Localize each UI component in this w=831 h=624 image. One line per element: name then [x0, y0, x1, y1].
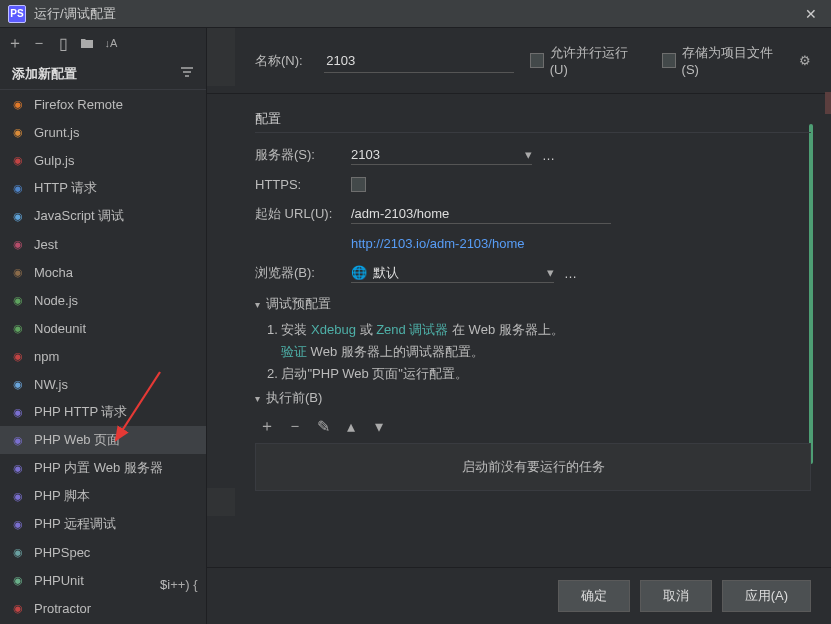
- cancel-button[interactable]: 取消: [640, 580, 712, 612]
- copy-icon[interactable]: ▯: [52, 32, 74, 54]
- zend-link[interactable]: Zend 调试器: [376, 322, 448, 337]
- filter-icon[interactable]: [180, 65, 194, 82]
- sidebar-item[interactable]: ◉JavaScript 调试: [0, 202, 206, 230]
- task-add-icon[interactable]: ＋: [255, 415, 279, 437]
- browser-label: 浏览器(B):: [255, 264, 351, 282]
- sidebar-item-label: Gulp.js: [34, 153, 74, 168]
- chevron-down-icon: ▾: [255, 299, 260, 310]
- sidebar-item[interactable]: ◉PHP 内置 Web 服务器: [0, 454, 206, 482]
- browser-more-button[interactable]: …: [564, 266, 578, 281]
- sidebar-item-label: Nodeunit: [34, 321, 86, 336]
- config-type-icon: ◉: [10, 152, 26, 168]
- gear-icon[interactable]: ⚙: [799, 53, 811, 68]
- sidebar-item-label: npm: [34, 349, 59, 364]
- config-type-icon: ◉: [10, 544, 26, 560]
- config-type-icon: ◉: [10, 292, 26, 308]
- task-remove-icon[interactable]: －: [283, 415, 307, 437]
- server-label: 服务器(S):: [255, 146, 351, 164]
- https-checkbox[interactable]: [351, 177, 366, 192]
- start-url-input[interactable]: [351, 204, 611, 223]
- validate-link[interactable]: 验证: [281, 344, 307, 359]
- add-icon[interactable]: ＋: [4, 32, 26, 54]
- sidebar-item-label: Protractor: [34, 601, 91, 616]
- server-select[interactable]: ▾: [351, 145, 532, 165]
- config-type-icon: ◉: [10, 488, 26, 504]
- sidebar-item-label: PHP Web 页面: [34, 431, 120, 449]
- xdebug-link[interactable]: Xdebug: [311, 322, 356, 337]
- sidebar-item-label: HTTP 请求: [34, 179, 97, 197]
- debug-step-1: 1. 安装 Xdebug 或 Zend 调试器 在 Web 服务器上。: [267, 321, 811, 339]
- sidebar-item-label: PHP 内置 Web 服务器: [34, 459, 163, 477]
- config-type-icon: ◉: [10, 236, 26, 252]
- sidebar-toolbar: ＋ － ▯ ↓A: [0, 28, 206, 58]
- config-type-icon: ◉: [10, 460, 26, 476]
- allow-parallel-checkbox[interactable]: 允许并行运行(U): [530, 44, 634, 77]
- start-url-label: 起始 URL(U):: [255, 205, 351, 223]
- sidebar-item-label: Grunt.js: [34, 125, 80, 140]
- apply-button[interactable]: 应用(A): [722, 580, 811, 612]
- sidebar-item[interactable]: ◉PHP 脚本: [0, 482, 206, 510]
- config-type-icon: ◉: [10, 208, 26, 224]
- close-icon[interactable]: ✕: [799, 6, 823, 22]
- browser-select[interactable]: 🌐 ▾: [351, 263, 554, 283]
- window-title: 运行/调试配置: [34, 5, 799, 23]
- sidebar-item[interactable]: ◉Protractor: [0, 594, 206, 622]
- chevron-down-icon: ▾: [525, 147, 532, 162]
- sidebar-item[interactable]: ◉HTTP 请求: [0, 174, 206, 202]
- sidebar-item[interactable]: ◉Node.js: [0, 286, 206, 314]
- sidebar-item-label: JavaScript 调试: [34, 207, 124, 225]
- debug-step-1b: 验证 Web 服务器上的调试器配置。: [281, 343, 811, 361]
- before-launch-empty: 启动前没有要运行的任务: [255, 443, 811, 491]
- sidebar-item[interactable]: ◉Nodeunit: [0, 314, 206, 342]
- store-as-project-checkbox[interactable]: 存储为项目文件(S): [662, 44, 777, 77]
- sidebar-item-label: PHPSpec: [34, 545, 90, 560]
- config-type-icon: ◉: [10, 348, 26, 364]
- https-label: HTTPS:: [255, 177, 351, 192]
- chevron-down-icon: ▾: [255, 393, 260, 404]
- sidebar-item-label: Mocha: [34, 265, 73, 280]
- sidebar-item-label: PHP 脚本: [34, 487, 90, 505]
- config-list: ◉Firefox Remote◉Grunt.js◉Gulp.js◉HTTP 请求…: [0, 90, 206, 624]
- sidebar-item[interactable]: ◉PHP HTTP 请求: [0, 398, 206, 426]
- sidebar-header: 添加新配置: [12, 65, 180, 83]
- sidebar-item[interactable]: ◉Jest: [0, 230, 206, 258]
- name-input[interactable]: [324, 49, 514, 73]
- sidebar-item[interactable]: ◉npm: [0, 342, 206, 370]
- chevron-down-icon: ▾: [547, 265, 554, 280]
- config-type-icon: ◉: [10, 404, 26, 420]
- name-label: 名称(N):: [255, 52, 308, 70]
- sidebar-item-label: NW.js: [34, 377, 68, 392]
- debug-pre-config-title[interactable]: ▾调试预配置: [255, 295, 811, 313]
- folder-icon[interactable]: [76, 32, 98, 54]
- resolved-url-link[interactable]: http://2103.io/adm-2103/home: [351, 236, 811, 251]
- sort-icon[interactable]: ↓A: [100, 32, 122, 54]
- sidebar-item[interactable]: ◉Grunt.js: [0, 118, 206, 146]
- task-edit-icon[interactable]: ✎: [311, 415, 335, 437]
- config-type-icon: ◉: [10, 320, 26, 336]
- sidebar-item[interactable]: ◉Firefox Remote: [0, 90, 206, 118]
- sidebar-item-label: Node.js: [34, 293, 78, 308]
- before-launch-title[interactable]: ▾执行前(B): [255, 389, 811, 407]
- remove-icon[interactable]: －: [28, 32, 50, 54]
- task-down-icon[interactable]: ▾: [367, 415, 391, 437]
- sidebar-item[interactable]: ◉Gulp.js: [0, 146, 206, 174]
- config-section-title: 配置: [255, 110, 811, 133]
- app-icon: PS: [8, 5, 26, 23]
- config-type-icon: ◉: [10, 124, 26, 140]
- ok-button[interactable]: 确定: [558, 580, 630, 612]
- sidebar-item[interactable]: ◉PHPSpec: [0, 538, 206, 566]
- sidebar-item[interactable]: ◉Mocha: [0, 258, 206, 286]
- config-type-icon: ◉: [10, 96, 26, 112]
- sidebar-item[interactable]: ◉PHP Web 页面: [0, 426, 206, 454]
- editor-code-fragment: $i++) {: [160, 576, 198, 592]
- sidebar-item-label: PHP 远程调试: [34, 515, 116, 533]
- sidebar-item[interactable]: ◉PHP 远程调试: [0, 510, 206, 538]
- config-type-icon: ◉: [10, 376, 26, 392]
- globe-icon: 🌐: [351, 265, 367, 280]
- config-type-icon: ◉: [10, 264, 26, 280]
- sidebar-item-label: PHPUnit: [34, 573, 84, 588]
- task-up-icon[interactable]: ▴: [339, 415, 363, 437]
- sidebar-item[interactable]: ◉NW.js: [0, 370, 206, 398]
- server-more-button[interactable]: …: [542, 148, 556, 163]
- config-type-icon: ◉: [10, 572, 26, 588]
